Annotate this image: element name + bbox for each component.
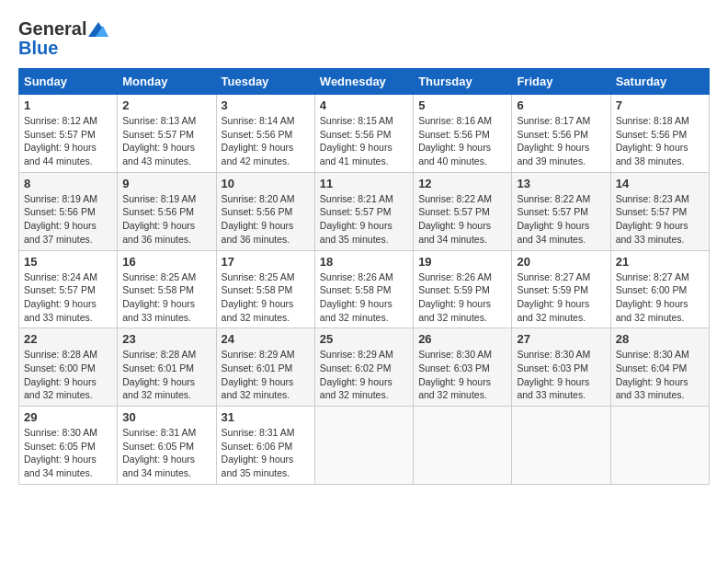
day-number: 20 <box>517 255 605 269</box>
calendar-header-row: SundayMondayTuesdayWednesdayThursdayFrid… <box>19 69 710 95</box>
calendar-day-cell: 27Sunrise: 8:30 AMSunset: 6:03 PMDayligh… <box>512 328 610 407</box>
day-info: Sunrise: 8:18 AMSunset: 5:56 PMDaylight:… <box>616 114 704 168</box>
day-info: Sunrise: 8:22 AMSunset: 5:57 PMDaylight:… <box>418 192 506 247</box>
calendar-day-cell: 29Sunrise: 8:30 AMSunset: 6:05 PMDayligh… <box>19 407 118 485</box>
day-number: 13 <box>517 177 605 190</box>
calendar-day-cell: 13Sunrise: 8:22 AMSunset: 5:57 PMDayligh… <box>512 172 610 250</box>
calendar-day-cell: 17Sunrise: 8:25 AMSunset: 5:58 PMDayligh… <box>216 250 314 328</box>
day-number: 4 <box>320 98 408 112</box>
logo: General Blue <box>18 18 108 59</box>
day-info: Sunrise: 8:31 AMSunset: 6:06 PMDaylight:… <box>222 426 310 480</box>
calendar-week-row: 8Sunrise: 8:19 AMSunset: 5:56 PMDaylight… <box>19 172 710 250</box>
day-number: 27 <box>517 332 605 346</box>
empty-cell <box>610 407 709 485</box>
calendar-day-cell: 6Sunrise: 8:17 AMSunset: 5:56 PMDaylight… <box>512 95 610 173</box>
day-info: Sunrise: 8:30 AMSunset: 6:03 PMDaylight:… <box>418 348 506 402</box>
day-number: 23 <box>122 332 210 346</box>
calendar-day-cell: 11Sunrise: 8:21 AMSunset: 5:57 PMDayligh… <box>314 172 413 250</box>
day-number: 7 <box>616 98 704 112</box>
day-number: 5 <box>418 98 506 112</box>
day-info: Sunrise: 8:12 AMSunset: 5:57 PMDaylight:… <box>24 114 112 168</box>
day-number: 16 <box>122 255 210 269</box>
calendar-day-cell: 20Sunrise: 8:27 AMSunset: 5:59 PMDayligh… <box>512 250 610 328</box>
calendar-week-row: 22Sunrise: 8:28 AMSunset: 6:00 PMDayligh… <box>19 328 710 407</box>
day-number: 22 <box>24 332 112 346</box>
calendar-day-cell: 5Sunrise: 8:16 AMSunset: 5:56 PMDaylight… <box>414 95 512 173</box>
calendar-day-cell: 3Sunrise: 8:14 AMSunset: 5:56 PMDaylight… <box>216 95 314 173</box>
day-header-monday: Monday <box>118 69 216 95</box>
calendar-day-cell: 24Sunrise: 8:29 AMSunset: 6:01 PMDayligh… <box>216 328 314 407</box>
calendar-day-cell: 4Sunrise: 8:15 AMSunset: 5:56 PMDaylight… <box>314 95 413 173</box>
day-number: 12 <box>418 177 506 190</box>
empty-cell <box>414 407 512 485</box>
calendar-day-cell: 26Sunrise: 8:30 AMSunset: 6:03 PMDayligh… <box>414 328 512 407</box>
calendar-day-cell: 14Sunrise: 8:23 AMSunset: 5:57 PMDayligh… <box>610 172 709 250</box>
day-info: Sunrise: 8:28 AMSunset: 6:00 PMDaylight:… <box>24 348 112 402</box>
day-number: 18 <box>320 255 408 269</box>
day-info: Sunrise: 8:20 AMSunset: 5:56 PMDaylight:… <box>222 192 310 247</box>
calendar-week-row: 29Sunrise: 8:30 AMSunset: 6:05 PMDayligh… <box>19 407 710 485</box>
day-info: Sunrise: 8:19 AMSunset: 5:56 PMDaylight:… <box>122 192 210 247</box>
day-header-friday: Friday <box>512 69 610 95</box>
day-info: Sunrise: 8:26 AMSunset: 5:58 PMDaylight:… <box>320 270 408 325</box>
day-info: Sunrise: 8:30 AMSunset: 6:04 PMDaylight:… <box>616 348 704 402</box>
day-info: Sunrise: 8:25 AMSunset: 5:58 PMDaylight:… <box>222 270 310 325</box>
calendar-day-cell: 28Sunrise: 8:30 AMSunset: 6:04 PMDayligh… <box>610 328 709 407</box>
day-info: Sunrise: 8:30 AMSunset: 6:03 PMDaylight:… <box>517 348 605 402</box>
day-header-thursday: Thursday <box>414 69 512 95</box>
day-number: 30 <box>122 410 210 424</box>
calendar-day-cell: 30Sunrise: 8:31 AMSunset: 6:05 PMDayligh… <box>118 407 216 485</box>
calendar-day-cell: 7Sunrise: 8:18 AMSunset: 5:56 PMDaylight… <box>610 95 709 173</box>
day-number: 8 <box>24 177 112 190</box>
day-info: Sunrise: 8:19 AMSunset: 5:56 PMDaylight:… <box>24 192 112 247</box>
calendar-day-cell: 2Sunrise: 8:13 AMSunset: 5:57 PMDaylight… <box>118 95 216 173</box>
day-info: Sunrise: 8:24 AMSunset: 5:57 PMDaylight:… <box>24 270 112 325</box>
day-info: Sunrise: 8:29 AMSunset: 6:02 PMDaylight:… <box>320 348 408 402</box>
day-info: Sunrise: 8:25 AMSunset: 5:58 PMDaylight:… <box>122 270 210 325</box>
day-number: 24 <box>222 332 310 346</box>
day-header-wednesday: Wednesday <box>314 69 413 95</box>
day-info: Sunrise: 8:27 AMSunset: 5:59 PMDaylight:… <box>517 270 605 325</box>
day-info: Sunrise: 8:28 AMSunset: 6:01 PMDaylight:… <box>122 348 210 402</box>
day-header-tuesday: Tuesday <box>216 69 314 95</box>
calendar-day-cell: 22Sunrise: 8:28 AMSunset: 6:00 PMDayligh… <box>19 328 118 407</box>
day-number: 15 <box>24 255 112 269</box>
empty-cell <box>314 407 413 485</box>
day-info: Sunrise: 8:21 AMSunset: 5:57 PMDaylight:… <box>320 192 408 247</box>
day-number: 31 <box>222 410 310 424</box>
calendar-day-cell: 10Sunrise: 8:20 AMSunset: 5:56 PMDayligh… <box>216 172 314 250</box>
day-info: Sunrise: 8:29 AMSunset: 6:01 PMDaylight:… <box>222 348 310 402</box>
day-number: 21 <box>616 255 704 269</box>
day-info: Sunrise: 8:13 AMSunset: 5:57 PMDaylight:… <box>122 114 210 168</box>
logo-icon <box>88 22 108 37</box>
day-info: Sunrise: 8:22 AMSunset: 5:57 PMDaylight:… <box>517 192 605 247</box>
day-number: 14 <box>616 177 704 190</box>
day-number: 1 <box>24 98 112 112</box>
empty-cell <box>512 407 610 485</box>
day-number: 6 <box>517 98 605 112</box>
day-number: 17 <box>222 255 310 269</box>
logo-general-text: General <box>18 18 86 40</box>
calendar-day-cell: 25Sunrise: 8:29 AMSunset: 6:02 PMDayligh… <box>314 328 413 407</box>
calendar-day-cell: 15Sunrise: 8:24 AMSunset: 5:57 PMDayligh… <box>19 250 118 328</box>
calendar-day-cell: 9Sunrise: 8:19 AMSunset: 5:56 PMDaylight… <box>118 172 216 250</box>
day-number: 28 <box>616 332 704 346</box>
logo-blue-text: Blue <box>18 38 58 59</box>
calendar-day-cell: 12Sunrise: 8:22 AMSunset: 5:57 PMDayligh… <box>414 172 512 250</box>
day-info: Sunrise: 8:17 AMSunset: 5:56 PMDaylight:… <box>517 114 605 168</box>
day-number: 11 <box>320 177 408 190</box>
calendar-week-row: 15Sunrise: 8:24 AMSunset: 5:57 PMDayligh… <box>19 250 710 328</box>
day-info: Sunrise: 8:30 AMSunset: 6:05 PMDaylight:… <box>24 426 112 480</box>
calendar-table: SundayMondayTuesdayWednesdayThursdayFrid… <box>18 68 710 485</box>
day-info: Sunrise: 8:27 AMSunset: 6:00 PMDaylight:… <box>616 270 704 325</box>
day-info: Sunrise: 8:23 AMSunset: 5:57 PMDaylight:… <box>616 192 704 247</box>
day-number: 3 <box>222 98 310 112</box>
day-number: 10 <box>222 177 310 190</box>
day-number: 29 <box>24 410 112 424</box>
day-number: 19 <box>418 255 506 269</box>
day-header-saturday: Saturday <box>610 69 709 95</box>
calendar-day-cell: 19Sunrise: 8:26 AMSunset: 5:59 PMDayligh… <box>414 250 512 328</box>
calendar-day-cell: 23Sunrise: 8:28 AMSunset: 6:01 PMDayligh… <box>118 328 216 407</box>
calendar-week-row: 1Sunrise: 8:12 AMSunset: 5:57 PMDaylight… <box>19 95 710 173</box>
day-info: Sunrise: 8:31 AMSunset: 6:05 PMDaylight:… <box>122 426 210 480</box>
